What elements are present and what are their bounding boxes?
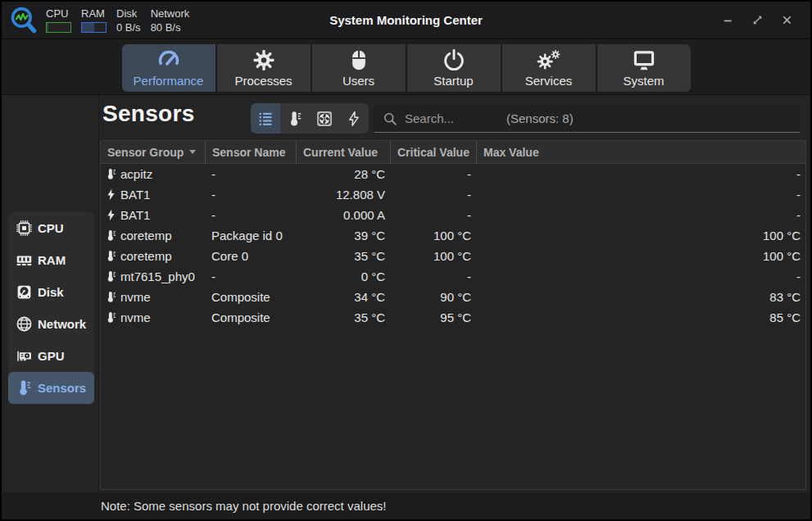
temperature-filter-button[interactable] — [280, 103, 310, 134]
tab-processes[interactable]: Processes — [217, 44, 311, 92]
sensors-table: Sensor Group Sensor Name Current Value C… — [100, 140, 806, 490]
window-controls — [717, 10, 810, 31]
sensors-page: Sensors (Sensors: 8) Sensor Group Sensor… — [99, 95, 810, 492]
tab-users[interactable]: Users — [312, 44, 406, 92]
restore-icon — [751, 14, 764, 26]
ram-label: RAM — [81, 7, 107, 20]
current-value: 12.808 V — [296, 188, 390, 202]
close-icon — [781, 14, 793, 26]
ram-icon — [16, 251, 33, 269]
tab-label: System — [623, 74, 664, 88]
view-toggle-group — [251, 103, 369, 134]
sensor-group: BAT1 — [120, 188, 150, 202]
thermometer-icon — [16, 379, 33, 396]
cpu-label: CPU — [46, 7, 71, 20]
monitor-icon — [632, 49, 656, 71]
sensor-name: Package id 0 — [205, 229, 296, 242]
sidebar-item-label: Sensors — [38, 381, 86, 395]
sensor-group: coretemp — [120, 249, 172, 263]
search-box: (Sensors: 8) — [374, 105, 800, 133]
minimize-button[interactable] — [717, 10, 738, 31]
list-view-icon — [257, 111, 274, 127]
tab-startup[interactable]: Startup — [407, 44, 501, 92]
max-value: - — [476, 167, 805, 181]
voltage-filter-button[interactable] — [339, 103, 369, 134]
search-icon — [383, 111, 397, 126]
cpu-metric[interactable]: CPU — [46, 7, 71, 34]
close-button[interactable] — [776, 10, 797, 31]
sensor-count-label: (Sensors: 8) — [506, 111, 574, 125]
max-value: - — [476, 208, 805, 222]
sensor-group: mt7615_phy0 — [120, 270, 195, 283]
current-value: 34 °C — [296, 290, 390, 304]
cpu-usage-bar — [46, 22, 71, 33]
bolt-icon — [346, 111, 362, 127]
tab-label: Startup — [433, 74, 473, 88]
tab-services[interactable]: Services — [502, 44, 596, 92]
sidebar-item-label: CPU — [38, 221, 64, 235]
tab-label: Performance — [134, 74, 204, 88]
minimize-icon — [722, 14, 734, 26]
sidebar-item-cpu[interactable]: CPU — [8, 212, 94, 244]
gears-icon — [537, 49, 561, 71]
table-row[interactable]: BAT1 - 12.808 V - - — [101, 184, 805, 205]
hard-drive-icon — [16, 283, 33, 301]
tab-performance[interactable]: Performance — [122, 44, 215, 92]
page-title: Sensors — [102, 101, 195, 127]
table-row[interactable]: BAT1 - 0.000 A - - — [101, 205, 805, 225]
sensor-group: acpitz — [120, 167, 152, 181]
performance-sidebar: CPU RAM Disk Network GPU — [2, 95, 99, 492]
tab-label: Users — [342, 74, 374, 88]
current-value: 35 °C — [296, 310, 390, 324]
sidebar-item-gpu[interactable]: GPU — [8, 340, 94, 372]
disk-speed-value: 0 B/s — [116, 21, 141, 34]
sensor-name: - — [205, 208, 296, 222]
sensor-name: - — [205, 167, 296, 181]
sensor-name: Composite — [205, 290, 296, 304]
fan-filter-button[interactable] — [310, 103, 339, 134]
table-row[interactable]: coretemp Package id 0 39 °C 100 °C 100 °… — [101, 225, 805, 246]
sensor-name: Core 0 — [205, 249, 296, 263]
sensor-name: - — [205, 188, 296, 202]
app-window: CPU RAM Disk 0 B/s Network 80 B/s System… — [0, 0, 812, 521]
sensor-name: Composite — [205, 310, 296, 324]
sidebar-item-disk[interactable]: Disk — [8, 276, 94, 308]
column-header-sensor-group[interactable]: Sensor Group — [101, 141, 205, 163]
sidebar-item-label: Disk — [38, 285, 64, 299]
table-row[interactable]: coretemp Core 0 35 °C 100 °C 100 °C — [101, 246, 805, 266]
network-metric[interactable]: Network 80 B/s — [151, 7, 190, 34]
max-value: - — [476, 270, 805, 283]
gear-icon — [252, 49, 276, 71]
disk-label: Disk — [116, 7, 141, 20]
column-header-sensor-name[interactable]: Sensor Name — [205, 141, 296, 163]
sidebar-item-network[interactable]: Network — [8, 308, 94, 340]
current-value: 35 °C — [296, 249, 390, 263]
list-view-button[interactable] — [251, 103, 280, 134]
tab-system[interactable]: System — [597, 44, 691, 92]
table-row[interactable]: nvme Composite 35 °C 95 °C 85 °C — [101, 307, 805, 328]
sidebar-item-sensors[interactable]: Sensors — [8, 372, 94, 404]
fan-icon — [316, 111, 333, 127]
table-row[interactable]: mt7615_phy0 - 0 °C - - — [101, 266, 805, 287]
critical-value: - — [390, 188, 476, 202]
table-row[interactable]: nvme Composite 34 °C 90 °C 83 °C — [101, 287, 805, 307]
restore-button[interactable] — [746, 10, 768, 31]
thermometer-icon — [105, 168, 117, 180]
disk-metric[interactable]: Disk 0 B/s — [116, 7, 141, 34]
search-input[interactable] — [405, 111, 495, 125]
max-value: 100 °C — [476, 249, 805, 263]
current-value: 0 °C — [296, 270, 390, 283]
table-row[interactable]: acpitz - 28 °C - - — [101, 164, 805, 184]
tab-label: Services — [525, 74, 573, 88]
column-header-critical-value[interactable]: Critical Value — [390, 141, 476, 163]
app-logo-icon — [8, 6, 39, 35]
gauge-icon — [157, 49, 181, 71]
sidebar-item-ram[interactable]: RAM — [8, 244, 94, 276]
critical-value: - — [390, 270, 476, 283]
sensors-note: Note: Some sensors may not provide corre… — [2, 499, 387, 513]
ram-metric[interactable]: RAM — [81, 7, 107, 34]
thermometer-icon — [105, 250, 117, 262]
column-header-current-value[interactable]: Current Value — [296, 141, 390, 163]
column-header-max-value[interactable]: Max Value — [476, 141, 805, 163]
footer: Note: Some sensors may not provide corre… — [2, 492, 810, 519]
